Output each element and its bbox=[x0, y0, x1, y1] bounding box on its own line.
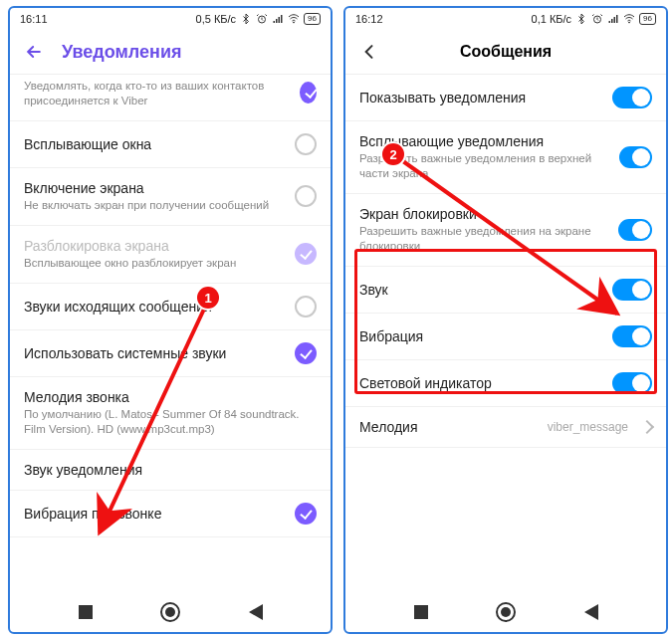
nav-recent-icon[interactable] bbox=[414, 605, 428, 619]
setting-vibrate-on-call[interactable]: Вибрация при звонке bbox=[10, 491, 331, 537]
setting-sub: Разрешить важные уведомления на экране б… bbox=[359, 224, 608, 254]
toggle-switch[interactable] bbox=[612, 325, 652, 347]
status-time: 16:12 bbox=[355, 13, 383, 25]
nav-home-icon[interactable] bbox=[160, 602, 180, 622]
setting-title: Всплывающие уведомления bbox=[359, 133, 609, 149]
wifi-icon bbox=[288, 13, 300, 25]
status-bar: 16:12 0,1 КБ/с 96 bbox=[345, 8, 666, 30]
svg-point-1 bbox=[294, 22, 295, 23]
setting-screen-on[interactable]: Включение экрана Не включать экран при п… bbox=[10, 168, 331, 226]
setting-title: Экран блокировки bbox=[359, 206, 608, 222]
setting-title: Показывать уведомления bbox=[359, 90, 602, 106]
setting-sub: Не включать экран при получении сообщени… bbox=[24, 198, 285, 213]
setting-popup-windows[interactable]: Всплывающие окна bbox=[10, 121, 331, 168]
setting-title: Мелодия bbox=[359, 419, 538, 435]
setting-title: Использовать системные звуки bbox=[24, 345, 285, 361]
setting-title: Вибрация при звонке bbox=[24, 506, 285, 522]
nav-back-icon[interactable] bbox=[584, 604, 598, 620]
header: Уведомления bbox=[10, 30, 331, 75]
svg-point-3 bbox=[629, 22, 630, 23]
setting-title: Звуки исходящих сообщений bbox=[24, 299, 285, 315]
nav-back-icon[interactable] bbox=[249, 604, 263, 620]
chevron-right-icon bbox=[640, 420, 654, 434]
signal-icon bbox=[607, 13, 619, 25]
back-chevron-icon[interactable] bbox=[359, 42, 379, 62]
nav-bar bbox=[10, 592, 331, 632]
setting-title: Включение экрана bbox=[24, 180, 285, 196]
setting-screen-unlock: Разблокировка экрана Всплывающее окно ра… bbox=[10, 226, 331, 284]
nav-home-icon[interactable] bbox=[496, 602, 516, 622]
setting-floating-notifications[interactable]: Всплывающие уведомления Разрешить важные… bbox=[345, 121, 666, 194]
setting-sub: Всплывающее окно разблокирует экран bbox=[24, 256, 285, 271]
header: Сообщения bbox=[345, 30, 666, 75]
setting-ringtone[interactable]: Мелодия звонка По умолчанию (L. Matos - … bbox=[10, 377, 331, 450]
phone-viber-notifications: 16:11 0,5 КБ/с 96 Уведомления Уведомлять… bbox=[8, 6, 333, 634]
battery-percent: 96 bbox=[304, 13, 321, 25]
alarm-icon bbox=[256, 13, 268, 25]
setting-title: Звук уведомления bbox=[24, 462, 317, 478]
signal-icon bbox=[272, 13, 284, 25]
setting-title: Разблокировка экрана bbox=[24, 238, 285, 254]
battery-percent: 96 bbox=[639, 13, 656, 25]
setting-title: Световой индикатор bbox=[359, 375, 602, 391]
bluetooth-icon bbox=[575, 13, 587, 25]
toggle-switch[interactable] bbox=[618, 219, 652, 241]
alarm-icon bbox=[591, 13, 603, 25]
toggle-switch[interactable] bbox=[612, 279, 652, 301]
checkbox-icon[interactable] bbox=[295, 296, 317, 318]
setting-outgoing-sounds[interactable]: Звуки исходящих сообщений bbox=[10, 284, 331, 330]
checkbox-icon[interactable] bbox=[300, 82, 317, 104]
page-title: Сообщения bbox=[460, 43, 552, 61]
checkbox-icon[interactable] bbox=[295, 133, 317, 155]
settings-list: Показывать уведомления Всплывающие уведо… bbox=[345, 75, 666, 592]
setting-sound[interactable]: Звук bbox=[345, 267, 666, 314]
bluetooth-icon bbox=[240, 13, 252, 25]
status-time: 16:11 bbox=[20, 13, 48, 25]
setting-contact-joined[interactable]: Уведомлять, когда кто-то из ваших контак… bbox=[10, 75, 331, 121]
setting-use-system-sounds[interactable]: Использовать системные звуки bbox=[10, 330, 331, 377]
back-arrow-icon[interactable] bbox=[24, 42, 44, 62]
setting-led[interactable]: Световой индикатор bbox=[345, 360, 666, 407]
setting-sub: По умолчанию (L. Matos - Summer Of 84 so… bbox=[24, 407, 317, 437]
wifi-icon bbox=[623, 13, 635, 25]
setting-vibration[interactable]: Вибрация bbox=[345, 314, 666, 360]
setting-value: viber_message bbox=[548, 420, 628, 434]
phone-system-messages: 16:12 0,1 КБ/с 96 Сообщения Показывать у… bbox=[343, 6, 668, 634]
status-bar: 16:11 0,5 КБ/с 96 bbox=[10, 8, 331, 30]
setting-sub: Уведомлять, когда кто-то из ваших контак… bbox=[24, 79, 290, 108]
toggle-switch[interactable] bbox=[612, 372, 652, 394]
checkbox-icon bbox=[295, 243, 317, 265]
toggle-switch[interactable] bbox=[619, 146, 652, 168]
nav-bar bbox=[345, 592, 666, 632]
settings-list: Уведомлять, когда кто-то из ваших контак… bbox=[10, 75, 331, 592]
setting-title: Всплывающие окна bbox=[24, 136, 285, 152]
setting-notification-sound[interactable]: Звук уведомления bbox=[10, 450, 331, 491]
checkbox-icon[interactable] bbox=[295, 503, 317, 525]
setting-title: Звук bbox=[359, 282, 602, 298]
setting-lockscreen-notifications[interactable]: Экран блокировки Разрешить важные уведом… bbox=[345, 194, 666, 267]
page-title: Уведомления bbox=[62, 42, 182, 63]
setting-title: Мелодия звонка bbox=[24, 389, 317, 405]
setting-melody[interactable]: Мелодия viber_message bbox=[345, 407, 666, 448]
nav-recent-icon[interactable] bbox=[79, 605, 93, 619]
status-net: 0,5 КБ/с bbox=[196, 13, 237, 25]
toggle-switch[interactable] bbox=[612, 87, 652, 108]
setting-title: Вибрация bbox=[359, 328, 602, 344]
setting-sub: Разрешить важные уведомления в верхней ч… bbox=[359, 151, 609, 181]
checkbox-icon[interactable] bbox=[295, 185, 317, 207]
checkbox-icon[interactable] bbox=[295, 342, 317, 364]
setting-show-notifications[interactable]: Показывать уведомления bbox=[345, 75, 666, 121]
status-net: 0,1 КБ/с bbox=[532, 13, 572, 25]
